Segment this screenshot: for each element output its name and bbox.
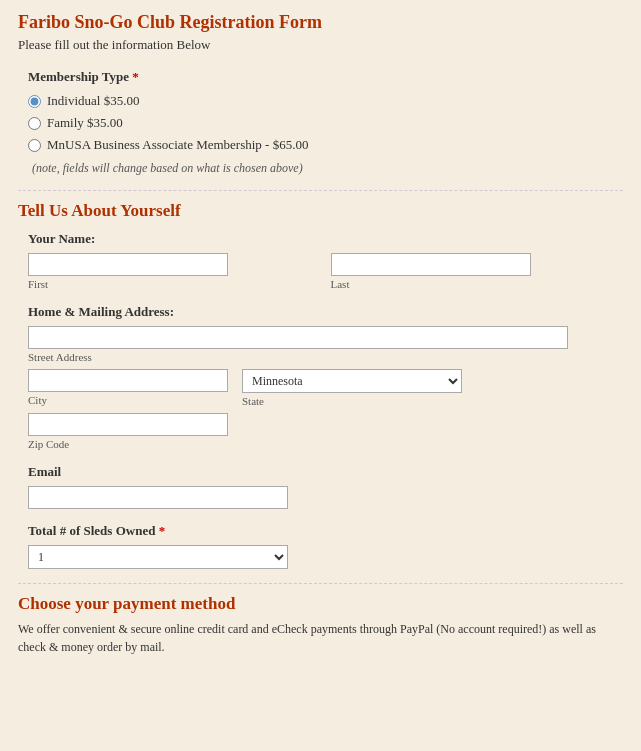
city-state-row: City AlabamaAlaskaArizonaArkansasCalifor…: [28, 369, 613, 407]
radio-individual[interactable]: Individual $35.00: [28, 93, 623, 109]
membership-label: Membership Type *: [28, 69, 623, 85]
first-name-col: First: [28, 253, 311, 290]
email-label: Email: [28, 464, 613, 480]
payment-section: Choose your payment method We offer conv…: [18, 594, 623, 656]
sleds-group: Total # of Sleds Owned * 12345678910: [28, 523, 613, 569]
email-group: Email: [28, 464, 613, 509]
sleds-label: Total # of Sleds Owned *: [28, 523, 613, 539]
about-heading: Tell Us About Yourself: [18, 201, 623, 221]
membership-note: (note, fields will change based on what …: [28, 161, 623, 176]
name-group: Your Name: First Last: [28, 231, 613, 290]
city-input[interactable]: [28, 369, 228, 392]
radio-input-family[interactable]: [28, 117, 41, 130]
street-row: Street Address: [28, 326, 613, 363]
sleds-required-star: *: [159, 523, 166, 538]
zip-sub-label: Zip Code: [28, 438, 613, 450]
sleds-select[interactable]: 12345678910: [28, 545, 288, 569]
radio-label-family: Family $35.00: [47, 115, 123, 131]
last-name-col: Last: [331, 253, 614, 290]
address-group: Home & Mailing Address: Street Address C…: [28, 304, 613, 450]
radio-family[interactable]: Family $35.00: [28, 115, 623, 131]
name-row: First Last: [28, 253, 613, 290]
divider-2: [18, 583, 623, 584]
payment-heading: Choose your payment method: [18, 594, 623, 614]
divider-1: [18, 190, 623, 191]
first-name-input[interactable]: [28, 253, 228, 276]
zip-input[interactable]: [28, 413, 228, 436]
radio-label-business: MnUSA Business Associate Membership - $6…: [47, 137, 308, 153]
last-sub-label: Last: [331, 278, 614, 290]
street-sub-label: Street Address: [28, 351, 613, 363]
city-sub-label: City: [28, 394, 228, 406]
page-wrapper: Faribo Sno-Go Club Registration Form Ple…: [0, 0, 641, 668]
form-subtitle: Please fill out the information Below: [18, 37, 623, 53]
last-name-input[interactable]: [331, 253, 531, 276]
address-label: Home & Mailing Address:: [28, 304, 613, 320]
street-input[interactable]: [28, 326, 568, 349]
required-star: *: [132, 69, 139, 84]
first-sub-label: First: [28, 278, 311, 290]
radio-input-individual[interactable]: [28, 95, 41, 108]
state-sub-label: State: [242, 395, 462, 407]
zip-row: Zip Code: [28, 413, 613, 450]
name-label: Your Name:: [28, 231, 613, 247]
membership-section: Membership Type * Individual $35.00 Fami…: [18, 69, 623, 176]
form-body: Your Name: First Last Home & Mailing Add…: [18, 231, 623, 569]
radio-label-individual: Individual $35.00: [47, 93, 139, 109]
state-select[interactable]: AlabamaAlaskaArizonaArkansasCaliforniaCo…: [242, 369, 462, 393]
form-title: Faribo Sno-Go Club Registration Form: [18, 12, 623, 33]
payment-text: We offer convenient & secure online cred…: [18, 620, 623, 656]
state-col: AlabamaAlaskaArizonaArkansasCaliforniaCo…: [242, 369, 462, 407]
city-col: City: [28, 369, 228, 406]
email-input[interactable]: [28, 486, 288, 509]
radio-input-business[interactable]: [28, 139, 41, 152]
radio-business[interactable]: MnUSA Business Associate Membership - $6…: [28, 137, 623, 153]
